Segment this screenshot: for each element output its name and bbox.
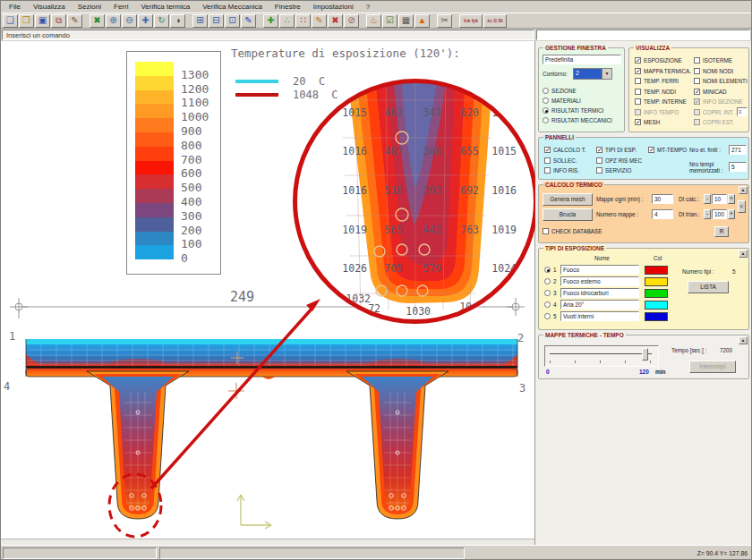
exposure-name-field[interactable]: Aria 20° <box>560 300 639 310</box>
menu-sezioni[interactable]: Sezioni <box>72 2 107 12</box>
secondary-command-input[interactable] <box>536 30 750 40</box>
exposure-type-fuoco-esterno[interactable]: 2Fuoco esterno <box>544 276 668 287</box>
checkbox-nomi-nodi[interactable]: NOMI NODI <box>694 66 748 77</box>
menu-ferri[interactable]: Ferri <box>107 2 134 12</box>
checkbox-minicad[interactable]: ✓MINICAD <box>694 87 748 98</box>
checkbox-mt-tempo[interactable]: ✓MT-TEMPO <box>648 145 687 156</box>
menu-impostazioni[interactable]: Impostazioni <box>307 2 360 12</box>
radio-circle[interactable] <box>544 278 551 284</box>
genera-mesh-button[interactable]: Genera mesh <box>543 193 593 206</box>
point-grid-icon[interactable]: ∷ <box>295 14 311 28</box>
checkbox-box[interactable] <box>544 167 551 174</box>
checkbox-box[interactable] <box>635 89 641 95</box>
zoom-in-icon[interactable]: ⊕ <box>106 14 121 28</box>
radio-risultati-meccanici[interactable]: RISULTATI MECCANICI <box>543 115 612 125</box>
checkbox-box[interactable]: ✓ <box>635 57 641 64</box>
checkbox-box[interactable]: ✓ <box>648 147 654 153</box>
flame-icon[interactable]: ▲ <box>414 14 430 28</box>
radio-circle[interactable] <box>544 301 551 308</box>
checkbox-info-ris[interactable]: INFO RIS. <box>544 165 586 176</box>
radio-materiali[interactable]: MATERIALI <box>543 96 612 106</box>
exposure-name-field[interactable]: Fuoco esterno <box>560 276 639 286</box>
checkbox-box[interactable] <box>544 157 551 164</box>
menu-verifica-termica[interactable]: Verifica termica <box>134 2 196 12</box>
thermal-map-icon[interactable]: ♨ <box>366 14 381 28</box>
checkbox-box[interactable] <box>596 157 602 164</box>
verify-check-icon[interactable]: ☑ <box>382 14 397 28</box>
edit-sheet-icon[interactable]: ✎ <box>67 14 82 28</box>
menu-finestre[interactable]: Finestre <box>269 2 307 12</box>
exposure-name-field[interactable]: Vuoti interni <box>560 311 639 321</box>
r-button[interactable]: R <box>714 226 729 237</box>
copy-section-icon[interactable]: ⧉ <box>51 14 66 28</box>
checkbox-box[interactable] <box>635 98 641 105</box>
edit-points-icon[interactable]: ✎ <box>312 14 327 28</box>
dt-calc-plus-button[interactable]: + <box>728 194 735 204</box>
checkbox-box[interactable] <box>694 68 700 74</box>
dt-trian-minus-button[interactable]: - <box>704 209 711 219</box>
checkbox-mappa-termica[interactable]: ✓MAPPA TERMICA. <box>635 66 691 77</box>
radio-circle[interactable] <box>543 117 549 123</box>
checkbox-box[interactable]: ✓ <box>694 89 700 95</box>
radio-circle[interactable] <box>543 98 549 104</box>
save-icon[interactable]: ▣ <box>35 14 50 28</box>
numero-mappe-value[interactable]: 4 <box>652 209 673 219</box>
toggle-points-icon[interactable]: ⊘ <box>344 14 359 28</box>
back-button[interactable]: < <box>738 200 746 213</box>
checkbox-temp-interne[interactable]: TEMP. INTERNE <box>635 97 691 107</box>
radio-circle[interactable] <box>544 313 551 319</box>
table-results-icon[interactable]: ▦ <box>398 14 414 28</box>
checkbox-box[interactable] <box>635 78 641 84</box>
exposure-type-fuoco[interactable]: 1Fuoco <box>544 264 668 276</box>
checkbox-temp-ferri[interactable]: TEMP. FERRI <box>635 76 691 87</box>
calcolo-scroll-up-button[interactable]: ▲ <box>739 186 748 194</box>
dt-calc-value[interactable]: 10 <box>712 194 727 204</box>
exposure-type-aria-20[interactable]: 4Aria 20° <box>544 299 668 310</box>
mappe-ogni-value[interactable]: 30 <box>652 194 673 204</box>
radio-sezione[interactable]: SEZIONE <box>543 86 612 96</box>
sketch-icon[interactable]: ✎ <box>241 14 256 28</box>
pan-icon[interactable]: ✚ <box>138 14 153 28</box>
lambda-coeff-icon[interactable]: λc G Dt <box>483 14 507 28</box>
refresh-icon[interactable]: ↻ <box>154 14 169 28</box>
checkbox-nomi-elementi[interactable]: NOMI ELEMENTI <box>694 76 748 87</box>
menu-[interactable]: ? <box>360 2 376 12</box>
checkbox-mesh[interactable]: ✓MESH <box>635 117 691 128</box>
menu-visualizza[interactable]: Visualizza <box>27 2 72 12</box>
checkbox-servizio[interactable]: SERVIZIO <box>596 165 642 176</box>
exposure-name-field[interactable]: Fuoco <box>560 265 639 275</box>
mesh-edit-icon[interactable]: ⊟ <box>209 14 224 28</box>
new-file-icon[interactable]: ❑ <box>3 14 18 28</box>
time-slider-thumb[interactable] <box>642 348 648 361</box>
radio-circle[interactable] <box>544 290 551 296</box>
checkbox-box[interactable] <box>543 228 549 234</box>
open-folder-icon[interactable]: ❒ <box>19 14 34 28</box>
delete-points-icon[interactable]: ✖ <box>328 14 343 28</box>
redraw-icon[interactable]: ◑ <box>170 14 185 28</box>
checkbox-box[interactable]: ✓ <box>596 147 602 153</box>
checkbox-calcolo-t[interactable]: ✓CALCOLO T. <box>544 145 586 156</box>
radio-circle[interactable] <box>544 267 551 273</box>
checkbox-temp-nodi[interactable]: TEMP. NODI <box>635 87 691 98</box>
brucia-button[interactable]: Brucia <box>543 208 593 221</box>
add-point-icon[interactable]: ✚ <box>263 14 278 28</box>
fck-fyk-icon[interactable]: fck fyk <box>459 14 483 28</box>
checkbox-box[interactable]: ✓ <box>635 68 641 74</box>
checkbox-box[interactable] <box>596 167 602 174</box>
drawing-canvas[interactable]: 249 1 2 3 4 <box>1 41 535 545</box>
mappe-scroll-up-button[interactable]: ▲ <box>739 336 748 344</box>
radio-circle[interactable] <box>543 88 549 94</box>
exposure-type-fuoco-idrocarburi[interactable]: 3Fuoco idrocarburi <box>544 287 668 299</box>
dt-calc-minus-button[interactable]: - <box>704 194 711 204</box>
zoom-out-icon[interactable]: ⊖ <box>122 14 137 28</box>
tipi-scroll-up-button[interactable]: ▲ <box>739 250 748 258</box>
time-slider[interactable] <box>544 345 659 367</box>
dt-trian-value[interactable]: 100 <box>712 209 727 219</box>
menu-verifica-meccanica[interactable]: Verifica Meccanica <box>196 2 269 12</box>
exposure-name-field[interactable]: Fuoco idrocarburi <box>560 288 639 298</box>
checkbox-box[interactable] <box>694 57 700 64</box>
contorno-select[interactable]: 2 ▼ <box>573 68 612 80</box>
add-points-icon[interactable]: ∴ <box>279 14 295 28</box>
checkbox-esposizione[interactable]: ✓ESPOSIZIONE <box>635 55 691 66</box>
checkbox-opz-ris-mec[interactable]: OPZ RIS MEC <box>596 156 642 166</box>
